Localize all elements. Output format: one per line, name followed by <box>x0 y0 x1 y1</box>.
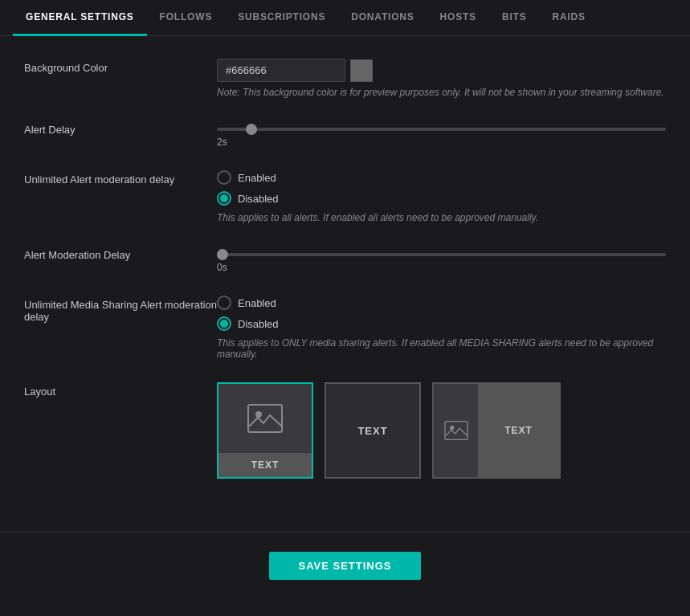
background-color-note: Note: This background color is for previ… <box>217 87 666 98</box>
layout-card-text-half: TEXT <box>478 384 559 477</box>
color-input-group <box>217 59 666 82</box>
alert-moderation-delay-value: 0s <box>217 262 666 273</box>
image-icon-3 <box>444 421 468 440</box>
layout-card-text-only[interactable]: TEXT <box>325 382 421 479</box>
save-settings-button[interactable]: SAVE SETTINGS <box>269 552 420 580</box>
alert-moderation-delay-label: Alert Moderation Delay <box>24 246 217 261</box>
enabled-label: Enabled <box>238 172 276 184</box>
svg-rect-2 <box>445 422 467 440</box>
radio-outer-enabled <box>217 170 231 185</box>
tab-bits[interactable]: Bits <box>489 0 540 36</box>
tab-follows[interactable]: Follows <box>147 0 226 36</box>
layout-card-text-center: TEXT <box>357 425 387 437</box>
background-color-control: Note: This background color is for previ… <box>217 59 666 98</box>
unlimited-media-sharing-control: Enabled Disabled This applies to ONLY me… <box>217 296 666 360</box>
radio-inner-media-disabled <box>220 320 228 328</box>
layout-card-image-half <box>434 384 478 477</box>
unlimited-alert-moderation-control: Enabled Disabled This applies to all ale… <box>217 170 666 223</box>
unlimited-alert-moderation-enabled[interactable]: Enabled <box>217 170 666 185</box>
svg-point-3 <box>450 426 454 430</box>
radio-outer-media-enabled <box>217 296 231 310</box>
radio-outer-disabled <box>217 191 231 206</box>
settings-content: Background Color Note: This background c… <box>0 36 690 524</box>
save-bar: SAVE SETTINGS <box>0 532 690 606</box>
layout-card-image-text-side[interactable]: TEXT <box>432 382 561 479</box>
unlimited-media-sharing-disabled[interactable]: Disabled <box>217 316 666 331</box>
alert-delay-label: Alert Delay <box>24 120 217 136</box>
layout-cards: TEXT TEXT TEXT <box>217 382 666 479</box>
alert-delay-value: 2s <box>217 137 666 148</box>
svg-point-1 <box>255 411 262 418</box>
alert-delay-slider-wrapper: 2s <box>217 120 666 148</box>
tabs-bar: General Settings Follows Subscriptions D… <box>0 0 690 36</box>
unlimited-media-sharing-label: Unlimited Media Sharing Alert moderation… <box>24 296 217 323</box>
alert-moderation-delay-slider-wrapper: 0s <box>217 246 666 273</box>
tab-subscriptions[interactable]: Subscriptions <box>225 0 338 36</box>
color-swatch[interactable] <box>350 59 373 82</box>
disabled-label: Disabled <box>238 193 279 205</box>
background-color-label: Background Color <box>24 59 217 74</box>
radio-inner-disabled <box>220 194 228 202</box>
background-color-row: Background Color Note: This background c… <box>24 59 666 98</box>
tab-raids[interactable]: Raids <box>539 0 598 36</box>
media-disabled-label: Disabled <box>238 318 279 330</box>
alert-moderation-delay-row: Alert Moderation Delay 0s <box>24 246 666 273</box>
radio-outer-media-disabled <box>217 316 231 331</box>
layout-card-text-bar-1: TEXT <box>218 453 312 477</box>
unlimited-alert-moderation-row: Unlimited Alert moderation delay Enabled… <box>24 170 666 223</box>
unlimited-media-sharing-info: This applies to ONLY media sharing alert… <box>217 337 666 360</box>
alert-moderation-delay-control: 0s <box>217 246 666 273</box>
tab-hosts[interactable]: Hosts <box>427 0 489 36</box>
alert-moderation-delay-slider[interactable] <box>217 253 666 256</box>
tab-general[interactable]: General Settings <box>13 0 147 36</box>
unlimited-media-sharing-row: Unlimited Media Sharing Alert moderation… <box>24 296 666 360</box>
layout-label: Layout <box>24 382 217 398</box>
svg-rect-0 <box>248 405 282 432</box>
unlimited-alert-moderation-info: This applies to all alerts. If enabled a… <box>217 212 666 223</box>
layout-control: TEXT TEXT TEXT <box>217 382 666 479</box>
unlimited-alert-moderation-disabled[interactable]: Disabled <box>217 191 666 206</box>
alert-delay-slider[interactable] <box>217 128 666 131</box>
unlimited-media-sharing-radio-group: Enabled Disabled <box>217 296 666 331</box>
image-icon-1 <box>247 404 283 433</box>
media-enabled-label: Enabled <box>238 297 276 309</box>
layout-row: Layout TEXT TEXT <box>24 382 666 479</box>
unlimited-media-sharing-enabled[interactable]: Enabled <box>217 296 666 310</box>
alert-delay-row: Alert Delay 2s <box>24 120 666 148</box>
alert-delay-control: 2s <box>217 120 666 148</box>
tab-donations[interactable]: Donations <box>338 0 427 36</box>
unlimited-alert-moderation-label: Unlimited Alert moderation delay <box>24 170 217 186</box>
layout-card-image-text-below[interactable]: TEXT <box>217 382 313 479</box>
layout-card-image-area-1 <box>218 384 312 453</box>
unlimited-alert-moderation-radio-group: Enabled Disabled <box>217 170 666 206</box>
color-text-input[interactable] <box>217 59 345 82</box>
